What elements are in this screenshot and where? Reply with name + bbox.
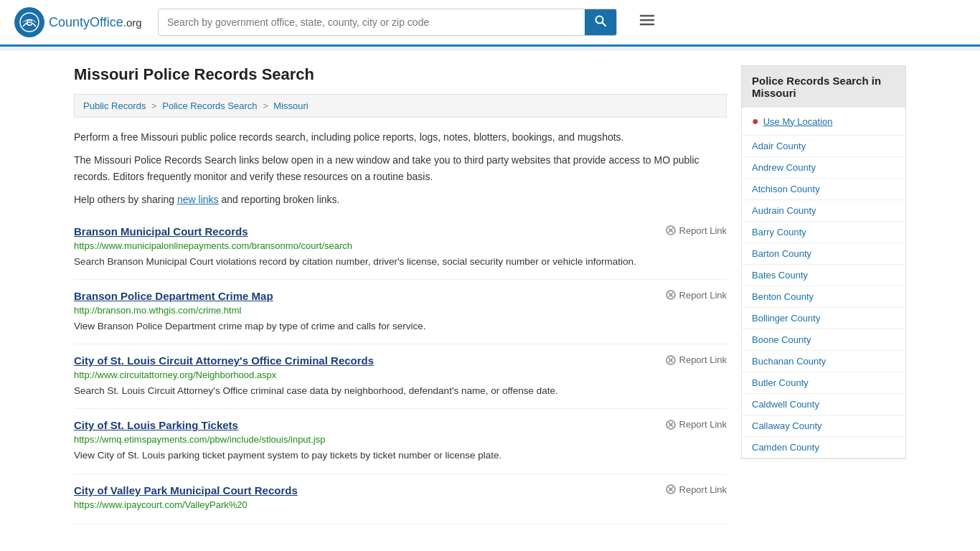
sidebar-county-adair-county[interactable]: Adair County	[742, 136, 905, 156]
logo-icon: C	[14, 7, 44, 37]
result-item: City of St. Louis Parking Tickets Report…	[74, 409, 727, 474]
use-location[interactable]: ● Use My Location	[742, 108, 905, 136]
result-url-2[interactable]: http://www.circuitattorney.org/Neighborh…	[74, 369, 727, 380]
report-icon	[666, 420, 676, 430]
main-container: Missouri Police Records Search Public Re…	[60, 51, 920, 539]
sidebar-scroll[interactable]: ● Use My Location Adair CountyAndrew Cou…	[742, 108, 905, 458]
sidebar-county-bollinger-county[interactable]: Bollinger County	[742, 308, 905, 329]
result-url-3[interactable]: https://wmq.etimspayments.com/pbw/includ…	[74, 434, 727, 445]
sidebar-county-audrain-county[interactable]: Audrain County	[742, 200, 905, 221]
list-item: Benton County	[742, 286, 905, 308]
sidebar-county-buchanan-county[interactable]: Buchanan County	[742, 351, 905, 372]
sidebar-county-bates-county[interactable]: Bates County	[742, 265, 905, 286]
description-2: The Missouri Police Records Search links…	[74, 152, 727, 184]
list-item: Bollinger County	[742, 308, 905, 329]
content-area: Missouri Police Records Search Public Re…	[74, 65, 727, 524]
list-item: Callaway County	[742, 415, 905, 437]
result-title-1[interactable]: Branson Police Department Crime Map	[74, 290, 273, 302]
list-item: Caldwell County	[742, 394, 905, 415]
results-list: Branson Municipal Court Records Report L…	[74, 215, 727, 524]
list-item: Barry County	[742, 222, 905, 243]
logo[interactable]: C CountyOffice.org	[14, 7, 143, 37]
location-dot-icon: ●	[752, 115, 759, 128]
breadcrumb-public-records[interactable]: Public Records	[83, 100, 146, 111]
county-list: Adair CountyAndrew CountyAtchison County…	[742, 136, 905, 458]
sidebar-county-callaway-county[interactable]: Callaway County	[742, 415, 905, 436]
sidebar-box: Police Records Search in Missouri ● Use …	[741, 65, 906, 459]
menu-icon[interactable]	[639, 11, 656, 33]
result-url-4[interactable]: https://www.ipaycourt.com/ValleyPark%20	[74, 499, 727, 510]
svg-line-3	[603, 23, 606, 27]
result-item: City of Valley Park Municipal Court Reco…	[74, 474, 727, 524]
result-title-0[interactable]: Branson Municipal Court Records	[74, 225, 248, 237]
sidebar-county-butler-county[interactable]: Butler County	[742, 372, 905, 393]
result-desc-1: View Branson Police Department crime map…	[74, 319, 727, 334]
use-my-location-link[interactable]: Use My Location	[763, 116, 833, 127]
result-url-0[interactable]: https://www.municipalonlinepayments.com/…	[74, 240, 727, 251]
list-item: Butler County	[742, 372, 905, 394]
report-link-1[interactable]: Report Link	[666, 290, 727, 301]
logo-text: CountyOffice.org	[49, 15, 142, 30]
description-3: Help others by sharing new links and rep…	[74, 192, 727, 207]
list-item: Atchison County	[742, 179, 905, 200]
new-links-link[interactable]: new links	[177, 194, 219, 205]
list-item: Camden County	[742, 437, 905, 458]
list-item: Boone County	[742, 329, 905, 351]
report-link-2[interactable]: Report Link	[666, 354, 727, 365]
list-item: Barton County	[742, 243, 905, 265]
result-desc-3: View City of St. Louis parking ticket pa…	[74, 448, 727, 463]
list-item: Adair County	[742, 136, 905, 157]
list-item: Bates County	[742, 265, 905, 286]
result-desc-2: Search St. Louis Circuit Attorney's Offi…	[74, 384, 727, 398]
list-item: Audrain County	[742, 200, 905, 222]
list-item: Andrew County	[742, 157, 905, 179]
sidebar-county-benton-county[interactable]: Benton County	[742, 286, 905, 307]
result-title-4[interactable]: City of Valley Park Municipal Court Reco…	[74, 484, 298, 496]
search-input[interactable]	[159, 11, 585, 34]
result-title-2[interactable]: City of St. Louis Circuit Attorney's Off…	[74, 354, 374, 367]
result-item: City of St. Louis Circuit Attorney's Off…	[74, 344, 727, 409]
sidebar-county-caldwell-county[interactable]: Caldwell County	[742, 394, 905, 415]
report-icon	[666, 484, 676, 494]
sidebar: Police Records Search in Missouri ● Use …	[741, 65, 906, 524]
report-link-0[interactable]: Report Link	[666, 225, 727, 236]
site-header: C CountyOffice.org	[0, 0, 980, 47]
result-item: Branson Municipal Court Records Report L…	[74, 215, 727, 280]
report-icon	[666, 225, 676, 235]
description-1: Perform a free Missouri public police re…	[74, 129, 727, 145]
list-item: Buchanan County	[742, 351, 905, 372]
report-icon	[666, 355, 676, 365]
sidebar-county-boone-county[interactable]: Boone County	[742, 329, 905, 350]
report-icon	[666, 290, 676, 300]
sidebar-county-camden-county[interactable]: Camden County	[742, 437, 905, 458]
sidebar-title: Police Records Search in Missouri	[742, 66, 905, 108]
result-item: Branson Police Department Crime Map Repo…	[74, 280, 727, 344]
report-link-3[interactable]: Report Link	[666, 419, 727, 430]
search-button[interactable]	[585, 9, 616, 35]
search-bar	[158, 9, 617, 36]
result-title-3[interactable]: City of St. Louis Parking Tickets	[74, 419, 238, 431]
breadcrumb: Public Records > Police Records Search >…	[74, 94, 727, 118]
breadcrumb-police-records-search[interactable]: Police Records Search	[162, 100, 257, 111]
sidebar-county-barton-county[interactable]: Barton County	[742, 243, 905, 264]
breadcrumb-missouri[interactable]: Missouri	[273, 100, 308, 111]
sidebar-county-atchison-county[interactable]: Atchison County	[742, 179, 905, 199]
result-desc-0: Search Branson Municipal Court violation…	[74, 255, 727, 269]
sidebar-county-barry-county[interactable]: Barry County	[742, 222, 905, 242]
sidebar-county-andrew-county[interactable]: Andrew County	[742, 157, 905, 178]
result-url-1[interactable]: http://branson.mo.wthgis.com/crime.html	[74, 305, 727, 316]
report-link-4[interactable]: Report Link	[666, 484, 727, 495]
page-title: Missouri Police Records Search	[74, 65, 727, 84]
